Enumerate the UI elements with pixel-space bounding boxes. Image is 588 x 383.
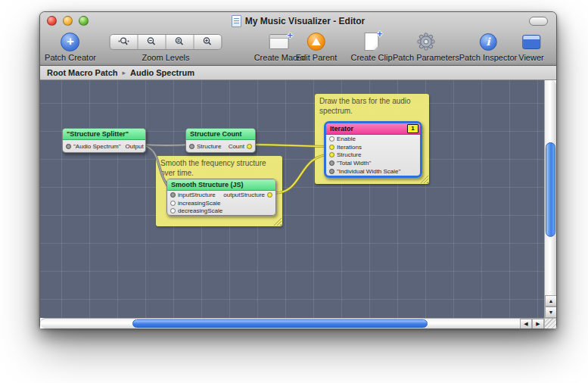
- create-clip-icon: +: [365, 33, 379, 51]
- port-label: Output: [126, 143, 144, 150]
- node-smooth-structure-js[interactable]: Smooth Structure (JS) inputStructure out…: [166, 179, 276, 216]
- scroll-up-button[interactable]: ▲: [545, 295, 556, 307]
- port-label: Structure: [337, 151, 361, 158]
- toolbar-item-edit-parent[interactable]: Edit Parent: [296, 31, 337, 62]
- toolbar-item-viewer[interactable]: Viewer: [518, 31, 543, 62]
- toolbar-label: Edit Parent: [296, 53, 337, 62]
- scroll-down-button[interactable]: ▼: [545, 307, 556, 318]
- zoom-actual-size-icon: [118, 36, 130, 47]
- input-port-iterations[interactable]: [329, 145, 334, 150]
- note-text: Draw the bars for the audio spectrum.: [319, 97, 411, 115]
- toolbar-item-patch-inspector[interactable]: i Patch Inspector: [459, 31, 517, 62]
- input-port-individual-width-scale[interactable]: [329, 169, 334, 174]
- vertical-scrollbar[interactable]: ▲ ▼: [544, 80, 556, 318]
- wire-output-to-structure[interactable]: [142, 145, 191, 145]
- patch-creator-icon: +: [61, 33, 80, 51]
- scroll-right-icon: ▶: [536, 321, 540, 327]
- port-label: Enable: [337, 135, 356, 142]
- output-port-outputstructure[interactable]: [267, 192, 272, 198]
- zoom-fit-button[interactable]: [166, 35, 194, 49]
- toolbar-item-patch-creator[interactable]: + Patch Creator: [45, 31, 96, 62]
- input-port-enable[interactable]: [329, 136, 334, 142]
- canvas-area: Smooth the frequency structure over time…: [40, 80, 556, 329]
- node-title: "Structure Splitter": [63, 129, 145, 140]
- zoom-out-button[interactable]: [138, 35, 166, 49]
- toolbar-item-patch-parameters[interactable]: Patch Parameters: [393, 31, 459, 62]
- node-title: Smooth Structure (JS): [167, 179, 275, 191]
- breadcrumb-item-audio-spectrum[interactable]: Audio Spectrum: [130, 68, 194, 77]
- zoom-out-icon: [146, 36, 158, 47]
- toolbar-label: Zoom Levels: [110, 53, 222, 62]
- viewer-icon: [522, 35, 540, 49]
- input-port-structure[interactable]: [329, 152, 334, 157]
- port-label: "Audio Spectrum": [73, 143, 121, 150]
- scroll-down-icon: ▼: [549, 310, 554, 315]
- toolbar-toggle-button[interactable]: [529, 17, 548, 26]
- port-label: Count: [229, 143, 244, 150]
- node-structure-count[interactable]: Structure Count Structure Count: [185, 128, 256, 153]
- input-port-inputstructure[interactable]: [170, 192, 176, 198]
- note-resize-grip[interactable]: [273, 217, 282, 226]
- edit-parent-icon: [307, 33, 325, 51]
- titlebar[interactable]: My Music Visualizer - Editor: [40, 12, 556, 30]
- node-title-bar: Iterator 1: [326, 123, 420, 135]
- toolbar-label: Patch Inspector: [459, 53, 517, 62]
- node-title: Iterator: [330, 123, 353, 134]
- toolbar-item-create-clip[interactable]: + Create Clip: [350, 31, 392, 62]
- traffic-lights: [47, 16, 89, 26]
- port-label: Iterations: [337, 144, 362, 151]
- port-label: Structure: [197, 143, 221, 150]
- document-icon: [232, 15, 241, 27]
- input-port-increasingscale[interactable]: [170, 201, 176, 206]
- node-title: Structure Count: [186, 129, 255, 140]
- toolbar: + Patch Creator: [40, 30, 556, 65]
- zoom-in-icon: [202, 36, 214, 47]
- toolbar-item-zoom-levels: Zoom Levels: [110, 31, 222, 62]
- input-port-decreasingscale[interactable]: [170, 208, 176, 213]
- scroll-right-button[interactable]: ▶: [532, 319, 544, 329]
- port-label: increasingScale: [178, 200, 220, 207]
- note-text: Smooth the frequency structure over time…: [160, 159, 266, 177]
- zoom-fit-icon: [174, 36, 186, 47]
- breadcrumb: Root Macro Patch ▸ Audio Spectrum: [40, 66, 556, 80]
- toolbar-label: Viewer: [518, 53, 543, 62]
- toolbar-label: Patch Parameters: [393, 53, 459, 62]
- toolbar-label: Create Clip: [350, 53, 392, 62]
- port-label: outputStructure: [223, 192, 265, 198]
- port-label: decreasingScale: [178, 207, 222, 214]
- minimize-button[interactable]: [63, 16, 73, 26]
- scroll-left-icon: ◀: [524, 321, 527, 327]
- horizontal-scrollbar-thumb[interactable]: [132, 319, 428, 328]
- input-port-total-width[interactable]: [329, 160, 334, 166]
- horizontal-scrollbar[interactable]: ◀ ▶: [40, 318, 544, 329]
- close-button[interactable]: [47, 16, 57, 26]
- gear-icon: [416, 32, 436, 51]
- zoom-in-button[interactable]: [194, 35, 222, 49]
- window-chrome: My Music Visualizer - Editor + Patch Cre…: [40, 12, 556, 66]
- window-title: My Music Visualizer - Editor: [232, 15, 365, 27]
- window-resize-grip[interactable]: [544, 318, 556, 329]
- port-label: "Individual Width Scale": [337, 168, 400, 175]
- patch-canvas[interactable]: Smooth the frequency structure over time…: [40, 80, 544, 318]
- iteration-count-badge: 1: [407, 124, 418, 133]
- window-title-text: My Music Visualizer - Editor: [245, 16, 365, 26]
- zoom-actual-size-button[interactable]: [110, 35, 138, 49]
- output-port-count[interactable]: [247, 144, 252, 149]
- breadcrumb-separator-icon: ▸: [123, 69, 126, 76]
- scroll-left-button[interactable]: ◀: [520, 319, 532, 329]
- port-label: inputStructure: [178, 192, 216, 198]
- editor-window: My Music Visualizer - Editor + Patch Cre…: [39, 11, 557, 328]
- patch-inspector-icon: i: [480, 33, 497, 51]
- input-port-audio-spectrum[interactable]: [66, 144, 71, 149]
- port-label: "Total Width": [337, 160, 371, 167]
- zoom-levels-segmented-control: [110, 34, 222, 50]
- scroll-up-icon: ▲: [549, 298, 554, 304]
- zoom-button[interactable]: [79, 16, 89, 26]
- input-port-structure[interactable]: [189, 144, 194, 149]
- vertical-scrollbar-thumb[interactable]: [546, 142, 555, 237]
- create-macro-icon: +: [269, 34, 289, 49]
- node-structure-splitter[interactable]: "Structure Splitter" "Audio Spectrum" Ou…: [62, 128, 146, 153]
- node-iterator[interactable]: Iterator 1 Enable Iterations Structure: [324, 121, 422, 178]
- note-resize-grip[interactable]: [420, 175, 428, 183]
- breadcrumb-item-root-macro-patch[interactable]: Root Macro Patch: [47, 68, 118, 77]
